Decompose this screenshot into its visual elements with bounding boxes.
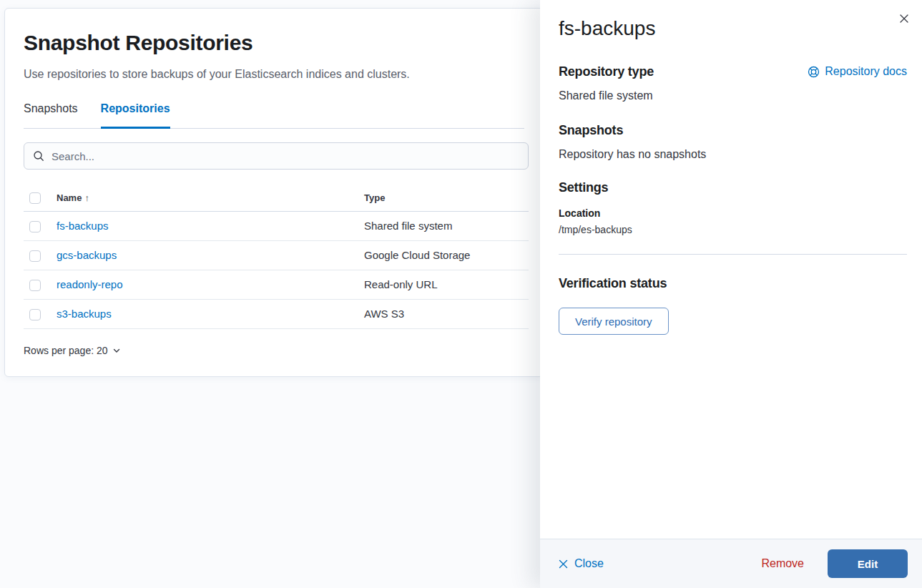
column-header-type[interactable]: Type [358,187,529,211]
row-checkbox[interactable] [29,221,41,232]
repository-docs-link[interactable]: Repository docs [808,63,907,80]
flyout-footer: Close Remove Edit [540,539,922,588]
repo-link-readonly-repo[interactable]: readonly-repo [57,278,123,290]
search-input[interactable] [52,150,519,162]
location-value: /tmp/es-backups [559,222,907,237]
flyout-title: fs-backups [559,16,907,41]
verification-status-heading: Verification status [559,275,907,292]
close-button-label: Close [574,557,604,570]
close-button[interactable]: Close [559,557,604,570]
table-row: s3-backups AWS S3 [24,299,529,328]
table-header-row: Name↑ Type [24,187,529,211]
flyout-close-icon[interactable] [897,11,911,26]
repo-link-gcs-backups[interactable]: gcs-backups [57,249,117,261]
close-x-icon [559,559,568,569]
search-icon [33,150,44,162]
snapshots-value: Repository has no snapshots [559,146,907,163]
repository-type-value: Shared file system [559,87,907,104]
tab-repositories[interactable]: Repositories [101,100,170,129]
row-checkbox[interactable] [29,280,41,291]
row-checkbox[interactable] [29,250,41,262]
location-label: Location [559,206,907,221]
table-row: readonly-repo Read-only URL [24,270,529,299]
verify-repository-button[interactable]: Verify repository [559,308,669,335]
snapshots-heading: Snapshots [559,122,907,139]
docs-icon [808,66,820,78]
repository-type-heading: Repository type [559,63,654,80]
sort-ascending-icon: ↑ [84,192,89,203]
table-row: gcs-backups Google Cloud Storage [24,240,529,270]
tab-snapshots[interactable]: Snapshots [24,100,78,129]
repository-details-flyout: fs-backups Repository type Repository do… [540,0,922,588]
edit-button[interactable]: Edit [828,549,908,578]
rows-per-page-selector[interactable]: Rows per page: 20 [24,345,121,356]
select-all-checkbox[interactable] [29,192,41,204]
column-header-name[interactable]: Name↑ [51,187,358,211]
section-divider [559,254,907,255]
repository-docs-label: Repository docs [825,63,907,80]
repositories-table: Name↑ Type fs-backups Shared file system… [24,187,529,329]
repo-type-cell: Read-only URL [358,270,529,299]
settings-heading: Settings [559,179,907,196]
repo-type-cell: Google Cloud Storage [358,240,529,270]
repo-link-fs-backups[interactable]: fs-backups [57,220,109,232]
tab-bar: Snapshots Repositories [24,100,524,129]
repo-type-cell: AWS S3 [358,299,529,328]
rows-per-page-label: Rows per page: 20 [24,345,108,356]
table-row: fs-backups Shared file system [24,211,529,240]
chevron-down-icon [112,346,121,355]
snapshot-repositories-card: Snapshot Repositories Use repositories t… [4,8,544,377]
page-title: Snapshot Repositories [24,30,524,56]
row-checkbox[interactable] [29,309,41,320]
repo-type-cell: Shared file system [358,211,529,240]
search-box[interactable] [24,142,529,170]
repo-link-s3-backups[interactable]: s3-backups [57,308,112,320]
remove-button[interactable]: Remove [761,557,804,570]
page-subtitle: Use repositories to store backups of you… [24,66,524,83]
